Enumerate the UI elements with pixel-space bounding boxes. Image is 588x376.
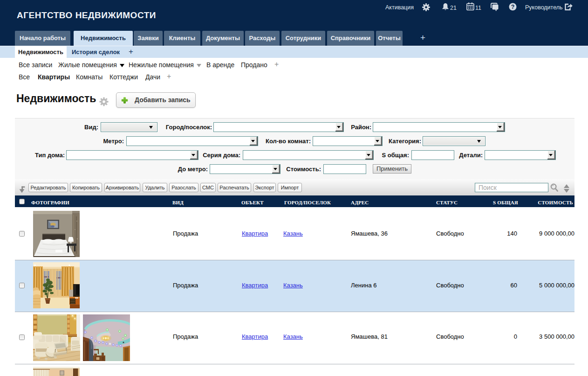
svg-text:?: ?	[511, 4, 515, 10]
